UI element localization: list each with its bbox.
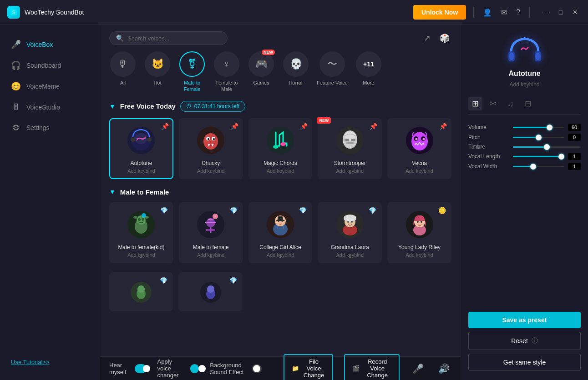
voice-img-stormtrooper: [334, 125, 366, 156]
voice-card-vecna[interactable]: 📌: [387, 118, 451, 179]
tab-effects[interactable]: ✂: [486, 97, 500, 110]
volume-slider[interactable]: [513, 127, 564, 128]
user-icon[interactable]: 👤: [481, 6, 494, 19]
microphone-button[interactable]: 🎤: [411, 361, 426, 376]
voice-keybind-chucky[interactable]: Add keybind: [183, 168, 238, 174]
male-to-female-chevron[interactable]: ▼: [109, 188, 116, 195]
pin-icon-autotune[interactable]: 📌: [161, 123, 169, 130]
voice-name-stormtrooper: Stormtrooper: [322, 160, 377, 166]
svg-rect-20: [346, 142, 354, 144]
svg-text:S: S: [12, 10, 15, 15]
voice-name-mtf: Male to female: [183, 244, 238, 250]
download-icon-stormtrooper[interactable]: ⬇: [348, 169, 352, 175]
export-icon[interactable]: ↗: [422, 31, 432, 45]
voice-card-riley[interactable]: 🪙 Youn: [387, 202, 451, 263]
male-to-female-title: Male to Female: [120, 188, 169, 196]
close-button[interactable]: ✕: [570, 7, 581, 18]
search-input[interactable]: [127, 35, 218, 42]
voice-card-mtf-kid[interactable]: 💎 Male: [109, 202, 173, 263]
vocal-width-control-row: Vocal Width 1: [468, 163, 581, 170]
use-tutorial-link[interactable]: Use Tutorial>>: [0, 353, 100, 371]
minimize-button[interactable]: —: [541, 7, 552, 18]
voice-card-stormtrooper[interactable]: NEW 📌 Stormtrooper: [318, 118, 382, 179]
voice-card-alice[interactable]: 💎 College Girl Alice: [248, 202, 313, 263]
sidebar-item-voicestudio[interactable]: 🎚 VoiceStudio: [0, 97, 100, 117]
save-as-preset-button[interactable]: Save as preset: [468, 312, 581, 328]
record-voice-change-label: Record Voice Change: [363, 358, 391, 379]
download-icon-alice[interactable]: ⬇: [278, 253, 283, 260]
tab-music[interactable]: ♫: [504, 97, 517, 110]
pitch-slider[interactable]: [513, 137, 564, 138]
pitch-slider-fill: [513, 137, 539, 138]
apply-voice-changer-group: Apply voice changer: [157, 358, 199, 379]
category-games[interactable]: 🎮 NEW Games: [248, 51, 275, 86]
voice-card-chucky[interactable]: 📌 Chuc: [179, 118, 243, 179]
voice-keybind-vecna[interactable]: Add keybind: [392, 168, 447, 174]
pin-icon-magic-chords[interactable]: 📌: [300, 123, 308, 130]
voice-img-magic-chords: [264, 125, 296, 156]
vocal-length-slider-fill: [513, 156, 562, 157]
reset-button[interactable]: Reset ⓘ: [468, 332, 581, 350]
voice-card-preview-2[interactable]: 💎: [178, 272, 242, 311]
record-voice-change-button[interactable]: 🎬 Record Voice Change: [344, 354, 400, 380]
download-icon-grandma[interactable]: ⬇: [348, 253, 352, 260]
random-icon[interactable]: 🎲: [438, 31, 451, 45]
svg-point-44: [281, 220, 283, 222]
right-panel: Autotune Add keybind ⊞ ✂ ♫ ⊟ Volume 60 P…: [461, 25, 588, 380]
sidebar-item-settings[interactable]: ⚙ Settings: [0, 117, 100, 138]
volume-control-row: Volume 60: [468, 124, 581, 131]
category-female-to-male[interactable]: ♀ Female toMale: [213, 51, 240, 93]
voice-keybind-autotune[interactable]: Add keybind: [114, 168, 169, 174]
category-all[interactable]: 🎙 All: [109, 51, 137, 86]
mail-icon[interactable]: ✉: [499, 6, 509, 19]
sidebar-item-voicebox[interactable]: 🎤 VoiceBox: [0, 34, 100, 55]
apply-voice-changer-toggle[interactable]: [190, 364, 199, 373]
svg-point-61: [207, 285, 214, 293]
download-icon-mtf-kid[interactable]: ⬇: [139, 253, 143, 260]
vocal-width-slider[interactable]: [513, 166, 564, 167]
sidebar-item-voicememe[interactable]: 😊 VoiceMeme: [0, 76, 100, 97]
voice-card-magic-chords[interactable]: 📌 Magic Chords Add keybind: [248, 118, 313, 179]
category-feature-voice[interactable]: 〜 Feature Voice: [317, 51, 348, 86]
timbre-slider[interactable]: [513, 146, 581, 148]
file-voice-change-button[interactable]: 📁 File Voice Change: [284, 354, 334, 380]
category-male-to-female[interactable]: ⚧ Male toFemale: [178, 51, 206, 93]
svg-point-66: [523, 37, 526, 40]
pin-icon-vecna[interactable]: 📌: [439, 123, 447, 130]
voice-keybind-riley[interactable]: Add keybind: [392, 252, 447, 258]
search-box[interactable]: 🔍: [109, 31, 228, 45]
voice-keybind-magic-chords[interactable]: Add keybind: [253, 168, 308, 174]
unlock-button[interactable]: Unlock Now: [413, 5, 466, 20]
help-icon[interactable]: ?: [514, 6, 522, 18]
svg-point-7: [203, 133, 218, 150]
voice-card-mtf[interactable]: 💎 ♀ Male to female: [179, 202, 243, 263]
tab-eq[interactable]: ⊟: [521, 97, 535, 110]
svg-point-64: [509, 53, 514, 60]
pin-icon-stormtrooper[interactable]: 📌: [370, 123, 377, 130]
category-horror[interactable]: 💀 Horror: [282, 51, 309, 86]
category-more[interactable]: +11 More: [355, 51, 382, 86]
speaker-button[interactable]: 🔊: [436, 361, 451, 376]
hear-myself-toggle[interactable]: [135, 364, 146, 373]
voice-name-magic-chords: Magic Chords: [253, 160, 308, 166]
pin-icon-chucky[interactable]: 📌: [231, 123, 238, 130]
voice-grid-area: ▼ Free Voice Today ⏱ 07:31:41 hours left…: [100, 99, 461, 356]
download-icon-mtf[interactable]: ⬇: [208, 253, 213, 260]
bg-sound-effect-label: Background Sound Effect: [210, 362, 248, 375]
maximize-button[interactable]: □: [555, 7, 566, 18]
get-same-style-button[interactable]: Get same style: [468, 354, 581, 371]
svg-point-58: [137, 285, 145, 293]
vocal-length-slider[interactable]: [513, 156, 564, 157]
pitch-control-row: Pitch 0: [468, 134, 581, 141]
tab-general[interactable]: ⊞: [468, 97, 482, 110]
category-hot[interactable]: 🐱 Hot: [144, 51, 171, 86]
voice-card-autotune[interactable]: 📌 Autotune: [109, 118, 173, 179]
bg-sound-effect-toggle[interactable]: [252, 364, 262, 373]
panel-keybind[interactable]: Add keybind: [509, 81, 539, 88]
sidebar-label-settings: Settings: [26, 124, 50, 131]
free-voice-chevron[interactable]: ▼: [109, 103, 116, 110]
category-horror-label: Horror: [289, 80, 303, 86]
voice-card-preview-1[interactable]: 💎: [109, 272, 173, 311]
voice-card-grandma[interactable]: 💎 Gran: [318, 202, 382, 263]
sidebar-item-soundboard[interactable]: 🎧 Soundboard: [0, 55, 100, 76]
